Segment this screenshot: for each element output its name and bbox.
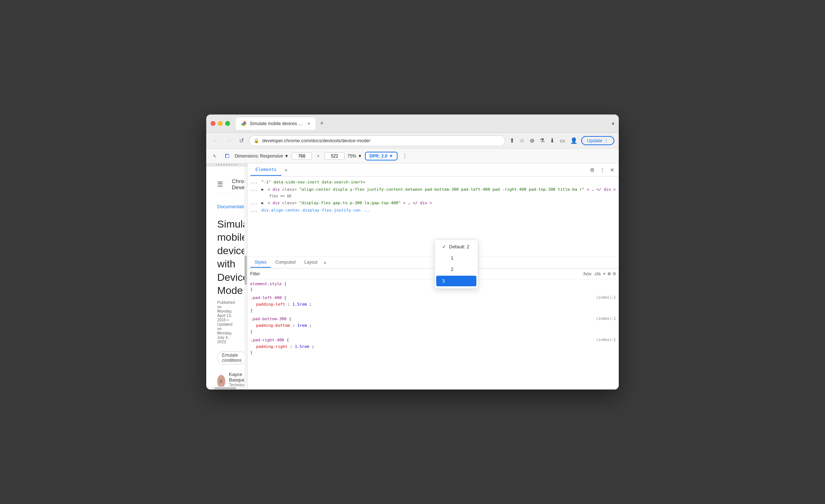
horizontal-scrollbar[interactable] xyxy=(206,387,244,389)
new-tab-button[interactable]: + xyxy=(317,120,327,127)
filter-label: Filter xyxy=(250,271,260,276)
browser-window: Simulate mobile devices with D × + ▾ ← →… xyxy=(206,115,619,389)
styles-tab-more[interactable]: » xyxy=(322,258,328,267)
width-input[interactable] xyxy=(292,152,312,160)
author-1-avatar: K xyxy=(217,375,225,388)
filter-cls[interactable]: .cls xyxy=(594,271,601,276)
html-line-flex: flex == $0 xyxy=(248,193,619,199)
breadcrumb: Documentation › Chrome DevTools ⤢ xyxy=(217,201,236,212)
reload-button[interactable]: ↺ xyxy=(237,136,246,146)
forward-button[interactable]: → xyxy=(224,136,234,146)
author-1-initials: K xyxy=(219,379,223,384)
css-selector-pad-bottom: .pad-bottom-300 { (index):1 xyxy=(250,317,616,321)
address-bar[interactable]: 🔒 developer.chrome.com/docs/devtools/dev… xyxy=(249,135,505,146)
resize-handle[interactable] xyxy=(216,164,238,165)
zoom-arrow-icon: ▼ xyxy=(358,154,362,159)
html-dots-icon-3: ... xyxy=(250,201,258,205)
toolbar-more-button[interactable]: ⋮ xyxy=(402,152,408,159)
tab-layout[interactable]: Layout xyxy=(300,257,322,268)
dpr-option-2[interactable]: 2 xyxy=(435,264,478,275)
dpr-dropdown-menu: ✓ Default: 2 1 2 3 xyxy=(434,239,478,289)
filter-add-button[interactable]: + xyxy=(603,271,606,276)
html-line-4: ... div.align-center.display-flex.justif… xyxy=(248,207,619,214)
h-scroll-thumb[interactable] xyxy=(214,387,236,389)
css-close-brace-4: } xyxy=(250,350,616,355)
html-dots-icon-4: ... xyxy=(250,208,258,213)
tab-close-button[interactable]: × xyxy=(307,121,310,127)
maximize-button[interactable] xyxy=(225,121,230,126)
hamburger-menu-button[interactable]: ☰ xyxy=(217,180,223,188)
close-devtools-button[interactable]: ✕ xyxy=(609,166,616,174)
tab-bar: Simulate mobile devices with D × + ▾ xyxy=(236,117,614,130)
extensions-button[interactable]: ⊕ xyxy=(528,136,536,146)
html-line-2[interactable]: ... ▶ < div class= "align-center displa … xyxy=(248,186,619,193)
html-line-3[interactable]: ... ▶ < div class= "display-flex gap-to … xyxy=(248,199,619,207)
height-input[interactable] xyxy=(325,152,345,160)
filter-hov[interactable]: :hov xyxy=(582,271,591,276)
tab-dropdown-button[interactable]: ▾ xyxy=(612,121,614,127)
dimension-separator: × xyxy=(317,154,319,159)
active-tab[interactable]: Simulate mobile devices with D × xyxy=(236,117,315,130)
tags-container: Emulate conditions Test xyxy=(217,351,236,364)
page-title: Simulate mobile devices with Device Mode xyxy=(217,218,236,297)
dimensions-label: Dimensions: Responsive xyxy=(235,154,283,159)
share-button[interactable]: ⬆ xyxy=(508,136,516,146)
dpr-option-1[interactable]: 1 xyxy=(435,252,478,264)
css-selector-pad-left: .pad-left-400 { (index):1 xyxy=(250,295,616,300)
css-rule-pad-bottom: padding-bottom : 1rem ; xyxy=(250,322,616,329)
scroll-thumb[interactable] xyxy=(245,256,247,285)
dpr-option-3[interactable]: 3 xyxy=(436,276,476,286)
css-block-pad-bottom: .pad-bottom-300 { (index):1 padding-bott… xyxy=(250,317,616,334)
resize-bar xyxy=(206,163,247,166)
more-options-button[interactable]: ⋮ xyxy=(598,166,606,174)
css-selector-element-style: element.style { xyxy=(250,282,616,286)
tab-computed[interactable]: Computed xyxy=(271,257,300,268)
css-close-brace-1: } xyxy=(250,287,616,292)
tag-emulate[interactable]: Emulate conditions xyxy=(217,351,246,364)
nav-actions: ⬆ ☆ ⊕ ⚗ ⬇ ▭ 👤 Update ⋮ xyxy=(508,136,614,146)
css-block-element-style: element.style { } xyxy=(250,282,616,292)
bookmark-button[interactable]: ☆ xyxy=(518,136,526,146)
tab-favicon xyxy=(241,121,247,127)
dpr-option-label: Default: 2 xyxy=(449,244,469,249)
close-button[interactable] xyxy=(211,121,215,126)
traffic-lights xyxy=(211,121,230,126)
minimize-button[interactable] xyxy=(218,121,223,126)
tab-styles[interactable]: Styles xyxy=(250,257,271,268)
vertical-scrollbar[interactable] xyxy=(244,166,247,389)
devtools-tab-bar: Elements » ⚙ ⋮ ✕ xyxy=(248,163,619,177)
dpr-option-default[interactable]: ✓ Default: 2 xyxy=(435,241,478,252)
dpr-option-label: 1 xyxy=(451,255,453,261)
address-url: developer.chrome.com/docs/devtools/devic… xyxy=(262,138,500,143)
page-nav: ☰ Chrome Developers 🔍 xyxy=(217,174,236,194)
update-more-icon: ⋮ xyxy=(604,138,609,143)
update-button[interactable]: Update ⋮ xyxy=(581,136,614,145)
tab-elements[interactable]: Elements xyxy=(250,164,282,176)
inspect-element-button[interactable]: ↖ xyxy=(211,152,219,160)
settings-button[interactable]: ⚙ xyxy=(588,166,596,174)
dpr-check-icon: ✓ xyxy=(442,244,446,249)
expand-icon[interactable]: ▶ xyxy=(261,187,264,192)
breadcrumb-doc-link[interactable]: Documentation xyxy=(217,204,248,209)
update-label: Update xyxy=(587,138,602,143)
dpr-dropdown-button[interactable]: DPR: 2.0 ▼ xyxy=(365,152,398,160)
dimensions-dropdown[interactable]: Dimensions: Responsive ▼ xyxy=(235,154,289,159)
filter-collapse-button[interactable]: ⊟ xyxy=(613,271,616,276)
title-bar: Simulate mobile devices with D × + ▾ xyxy=(206,115,619,133)
back-button[interactable]: ← xyxy=(211,136,221,146)
styles-tab-bar: Styles Computed Layout » xyxy=(248,257,619,268)
filter-actions: :hov .cls + ⊞ ⊟ xyxy=(582,271,616,276)
device-mode-button[interactable]: ⧠ xyxy=(222,152,232,160)
filter-toggle-button[interactable]: ⊞ xyxy=(608,271,611,276)
css-rule-pad-left: padding-left : 1.5rem ; xyxy=(250,301,616,308)
download-button[interactable]: ⬇ xyxy=(548,136,556,146)
zoom-dropdown[interactable]: 75% ▼ xyxy=(348,154,362,159)
tab-more-button[interactable]: » xyxy=(281,166,290,174)
expand-icon-2[interactable]: ▶ xyxy=(261,201,264,205)
profile-button[interactable]: 👤 xyxy=(569,136,579,146)
css-block-pad-left: .pad-left-400 { (index):1 padding-left :… xyxy=(250,295,616,313)
zoom-label: 75% xyxy=(348,154,356,159)
page-inner: ☰ Chrome Developers 🔍 xyxy=(206,166,247,389)
tab-search-button[interactable]: ▭ xyxy=(558,136,567,146)
lab-button[interactable]: ⚗ xyxy=(538,136,546,146)
